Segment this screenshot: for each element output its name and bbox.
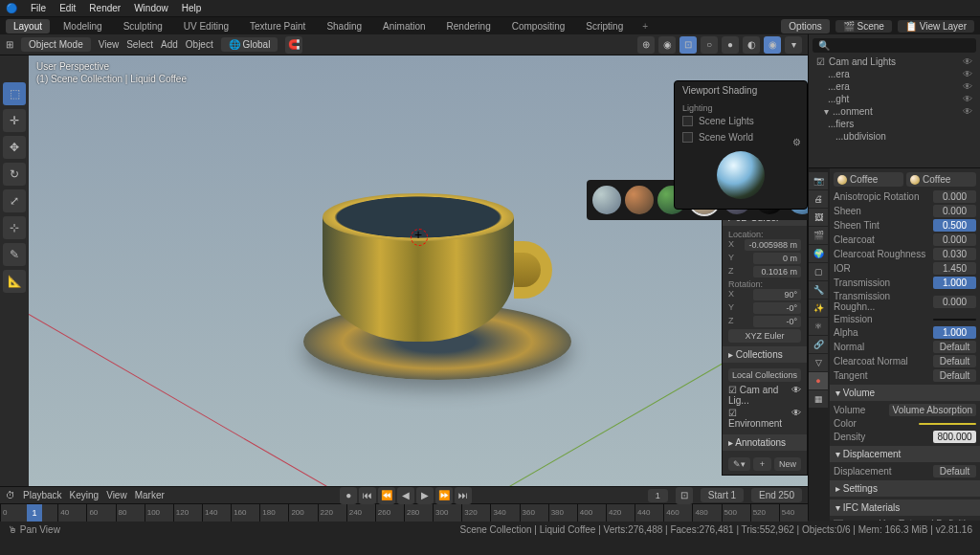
mat-prop-2[interactable]: 0.000	[933, 205, 976, 217]
mat-prop-12[interactable]: Default	[933, 355, 976, 367]
tab-animation[interactable]: Animation	[375, 19, 433, 33]
ifc-external-toggle[interactable]: Has External Definition	[834, 519, 976, 521]
material-slot-1[interactable]: Coffee	[834, 172, 903, 187]
annotation-color[interactable]: ✎▾	[728, 457, 750, 471]
hdri-preview-sphere[interactable]	[717, 151, 765, 199]
ptab-world[interactable]: 🌍	[809, 245, 828, 262]
overlays-icon[interactable]: ◉	[658, 36, 676, 54]
timeline-playback[interactable]: Playback	[23, 490, 62, 500]
menu-add[interactable]: Add	[161, 39, 178, 50]
annotation-add[interactable]: +	[753, 457, 771, 471]
tab-uv[interactable]: UV Editing	[176, 19, 236, 33]
ptab-texture[interactable]: ▦	[809, 390, 828, 408]
editor-type-icon[interactable]: ⊞	[6, 39, 13, 50]
tool-rotate[interactable]: ↻	[3, 163, 26, 186]
timeline-editor-icon[interactable]: ⏱	[6, 490, 15, 500]
mat-prop-10[interactable]: 1.000	[933, 326, 976, 339]
timeline-view[interactable]: View	[106, 490, 127, 500]
cursor-loc-y[interactable]: 0 m	[753, 253, 801, 264]
blender-logo-icon[interactable]: 🔵	[6, 3, 17, 13]
volume-density[interactable]: 800.000	[933, 431, 976, 443]
tab-sculpting[interactable]: Sculpting	[116, 19, 170, 33]
shading-solid-icon[interactable]: ●	[722, 36, 739, 54]
mode-selector[interactable]: Object Mode	[21, 37, 91, 52]
eye-icon[interactable]: 👁	[791, 408, 801, 429]
menu-select[interactable]: Select	[126, 39, 153, 50]
rotation-mode[interactable]: XYZ Euler	[728, 329, 801, 343]
play-reverse-icon[interactable]: ◀	[397, 487, 414, 504]
ptab-render[interactable]: 📷	[809, 172, 828, 189]
section-volume[interactable]: ▾ Volume	[830, 385, 980, 401]
outliner-search[interactable]	[830, 40, 970, 51]
menu-view[interactable]: View	[99, 39, 120, 50]
ptab-scene[interactable]: 🎬	[809, 227, 828, 244]
outliner-item[interactable]: ...fiers	[813, 118, 976, 130]
current-frame[interactable]: 1	[648, 489, 668, 502]
ptab-constraints[interactable]: 🔗	[809, 336, 828, 353]
menu-help[interactable]: Help	[182, 3, 202, 13]
preview-range-icon[interactable]: ⊡	[676, 487, 693, 504]
viewport-3d[interactable]: User Perspective (1) Scene Collection | …	[29, 56, 808, 486]
menu-file[interactable]: File	[31, 3, 46, 13]
eye-icon[interactable]: 👁	[963, 81, 972, 92]
tool-cursor[interactable]: ✛	[3, 109, 26, 132]
cursor-rot-x[interactable]: 90°	[753, 289, 801, 300]
cursor-loc-z[interactable]: 0.1016 m	[753, 266, 801, 278]
hdri-thumb-1[interactable]	[592, 186, 621, 214]
shading-wire-icon[interactable]: ○	[701, 36, 718, 54]
ptab-viewlayer[interactable]: 🖼	[809, 209, 828, 226]
menu-edit[interactable]: Edit	[59, 3, 76, 13]
gizmo-icon[interactable]: ⊕	[637, 36, 655, 54]
scene-world-toggle[interactable]: Scene World	[682, 129, 799, 145]
panel-annotations[interactable]: ▸ Annotations	[723, 434, 807, 451]
tab-modeling[interactable]: Modeling	[56, 19, 110, 33]
tool-select[interactable]: ⬚	[3, 82, 26, 105]
mat-prop-9[interactable]	[933, 319, 976, 321]
header-options[interactable]: Options	[781, 19, 829, 33]
menu-window[interactable]: Window	[134, 3, 168, 13]
start-frame[interactable]: Start 1	[701, 488, 744, 502]
tool-move[interactable]: ✥	[3, 136, 26, 159]
autokey-icon[interactable]: ●	[340, 487, 357, 504]
play-icon[interactable]: ▶	[416, 487, 434, 504]
mat-prop-4[interactable]: 0.000	[933, 233, 976, 246]
snap-icon[interactable]: 🧲	[285, 36, 302, 54]
shading-rendered-icon[interactable]: ◉	[764, 36, 781, 54]
eye-icon[interactable]: 👁	[963, 94, 972, 104]
jump-start-icon[interactable]: ⏮	[359, 487, 376, 504]
ptab-material[interactable]: ●	[809, 372, 828, 389]
outliner-item[interactable]: ...ubdivision	[813, 130, 976, 143]
mat-prop-5[interactable]: 0.030	[933, 248, 976, 260]
tab-rendering[interactable]: Rendering	[439, 19, 499, 33]
volume-color[interactable]	[919, 423, 976, 425]
section-settings[interactable]: ▸ Settings	[830, 480, 980, 497]
playhead[interactable]: 1	[27, 504, 42, 522]
mat-prop-8[interactable]: 0.000	[933, 296, 976, 308]
outliner-item[interactable]: ☑ Cam and Lights👁	[813, 56, 976, 68]
gear-icon[interactable]: ⚙	[792, 137, 801, 147]
tool-measure[interactable]: 📐	[3, 270, 26, 293]
eye-icon[interactable]: 👁	[963, 106, 972, 117]
mat-prop-6[interactable]: 1.450	[933, 262, 976, 275]
mat-prop-3[interactable]: 0.500	[933, 219, 976, 232]
mat-prop-7[interactable]: 1.000	[933, 277, 976, 289]
tab-scripting[interactable]: Scripting	[578, 19, 631, 33]
shading-matprev-icon[interactable]: ◐	[743, 36, 760, 54]
end-frame[interactable]: End 250	[751, 488, 802, 502]
eye-icon[interactable]: 👁	[791, 385, 801, 406]
local-collections[interactable]: Local Collections	[728, 368, 801, 382]
outliner-item[interactable]: ...era👁	[813, 80, 976, 93]
eye-icon[interactable]: 👁	[963, 56, 972, 67]
keyframe-prev-icon[interactable]: ⏪	[378, 487, 395, 504]
ptab-output[interactable]: 🖨	[809, 190, 828, 208]
menu-object[interactable]: Object	[186, 39, 213, 50]
shading-dropdown-icon[interactable]: ▾	[785, 36, 802, 54]
mat-prop-1[interactable]: 0.000	[933, 190, 976, 203]
menu-render[interactable]: Render	[89, 3, 121, 13]
material-slot-2[interactable]: Coffee	[906, 172, 976, 187]
eye-icon[interactable]: 👁	[963, 69, 972, 79]
tool-annotate[interactable]: ✎	[3, 243, 26, 266]
scene-selector[interactable]: 🎬 Scene	[835, 20, 892, 33]
tool-transform[interactable]: ⊹	[3, 216, 26, 239]
timeline-marker[interactable]: Marker	[135, 490, 165, 500]
